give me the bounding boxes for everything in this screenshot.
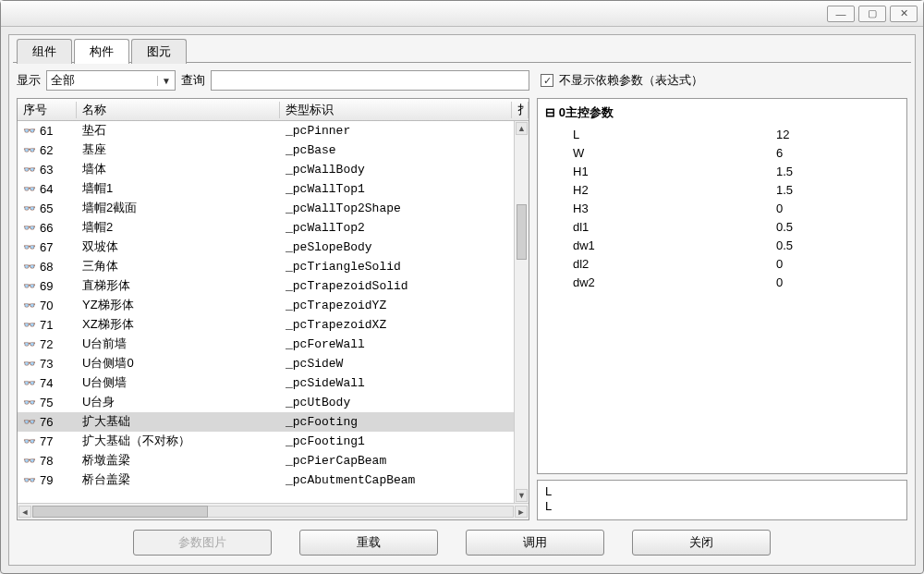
param-row[interactable]: H30 <box>545 199 899 217</box>
row-type: _pcFooting <box>280 415 529 429</box>
row-type: _pcWallTop2Shape <box>280 202 529 215</box>
table-row[interactable]: 👓74U台侧墙_pcSideWall <box>18 373 529 393</box>
row-seq: 68 <box>40 260 53 274</box>
table-row[interactable]: 👓69直梯形体_pcTrapezoidSolid <box>18 276 529 296</box>
preview-box: L L <box>537 480 907 520</box>
param-group-title: 0主控参数 <box>559 105 614 119</box>
row-name: 墙帽2 <box>77 219 280 236</box>
param-key: H2 <box>545 183 628 197</box>
param-value: 6 <box>628 146 899 160</box>
param-value: 0 <box>628 202 899 215</box>
param-image-button: 参数图片 <box>133 530 272 556</box>
row-type: _pcTriangleSolid <box>280 260 529 274</box>
minimize-button[interactable]: — <box>827 6 855 22</box>
table-row[interactable]: 👓65墙帽2截面_pcWallTop2Shape <box>18 199 529 218</box>
row-name: 扩大基础（不对称） <box>77 433 280 449</box>
table-row[interactable]: 👓66墙帽2_pcWallTop2 <box>18 218 529 238</box>
invoke-button[interactable]: 调用 <box>466 530 604 556</box>
show-combo[interactable]: 全部 ▼ <box>46 70 176 91</box>
tab-bar: 组件 构件 图元 <box>13 39 911 63</box>
hide-dependent-params-label: 不显示依赖参数（表达式） <box>559 72 703 89</box>
table-row[interactable]: 👓68三角体_pcTriangleSolid <box>18 257 529 276</box>
glasses-icon: 👓 <box>23 280 36 292</box>
row-seq: 79 <box>40 473 53 487</box>
table-row[interactable]: 👓78桥墩盖梁_pcPierCapBeam <box>18 451 529 470</box>
param-value: 0.5 <box>628 238 899 252</box>
param-key: H1 <box>545 165 628 178</box>
row-seq: 66 <box>40 221 53 235</box>
row-name: XZ梯形体 <box>77 316 280 333</box>
row-name: 桥墩盖梁 <box>77 452 280 469</box>
row-seq: 64 <box>40 182 53 196</box>
vertical-scrollbar[interactable]: ▲ ▼ <box>514 121 529 503</box>
param-row[interactable]: H21.5 <box>545 180 899 199</box>
row-type: _pcBase <box>280 143 529 157</box>
col-header-seq[interactable]: 序号 <box>18 102 77 118</box>
param-key: dw1 <box>545 238 628 252</box>
collapse-icon[interactable]: ⊟ <box>545 105 555 119</box>
hide-dependent-params-checkbox[interactable]: ✓ <box>541 74 553 87</box>
param-row[interactable]: dw20 <box>545 273 899 291</box>
table-row[interactable]: 👓77扩大基础（不对称）_pcFooting1 <box>18 432 529 451</box>
param-key: H3 <box>545 202 628 215</box>
row-type: _pcWallTop1 <box>280 182 529 196</box>
row-type: _pcPierCapBeam <box>280 454 529 468</box>
row-type: _pcSideWall <box>280 376 529 390</box>
close-button[interactable]: 关闭 <box>632 530 771 556</box>
glasses-icon: 👓 <box>23 299 36 311</box>
param-key: dl2 <box>545 257 628 271</box>
reload-button[interactable]: 重载 <box>299 530 438 556</box>
row-seq: 75 <box>40 396 53 409</box>
row-name: 墙帽1 <box>77 180 280 197</box>
param-key: W <box>545 146 628 160</box>
chevron-down-icon: ▼ <box>157 76 171 86</box>
param-value: 1.5 <box>628 165 899 178</box>
param-row[interactable]: dl10.5 <box>545 217 899 236</box>
glasses-icon: 👓 <box>23 222 36 234</box>
glasses-icon: 👓 <box>23 144 36 156</box>
maximize-button[interactable]: ▢ <box>858 6 886 22</box>
row-type: _pcUtBody <box>280 396 529 409</box>
query-input[interactable] <box>211 70 529 91</box>
titlebar: — ▢ ✕ <box>1 1 923 27</box>
glasses-icon: 👓 <box>23 474 36 486</box>
table-row[interactable]: 👓67双坡体_peSlopeBody <box>18 238 529 257</box>
row-seq: 76 <box>40 415 53 429</box>
table-row[interactable]: 👓71XZ梯形体_pcTrapezoidXZ <box>18 315 529 335</box>
tab-component[interactable]: 构件 <box>74 39 129 64</box>
glasses-icon: 👓 <box>23 241 36 253</box>
row-name: 三角体 <box>77 258 280 275</box>
tab-group[interactable]: 组件 <box>17 39 72 64</box>
table-row[interactable]: 👓76扩大基础_pcFooting <box>18 412 529 432</box>
table-row[interactable]: 👓72U台前墙_pcForeWall <box>18 335 529 354</box>
row-type: _pcWallTop2 <box>280 221 529 235</box>
table-row[interactable]: 👓75U台身_pcUtBody <box>18 393 529 412</box>
row-type: _peSlopeBody <box>280 240 529 254</box>
table-row[interactable]: 👓73U台侧墙0_pcSideW <box>18 354 529 373</box>
row-name: 墙体 <box>77 161 280 177</box>
close-window-button[interactable]: ✕ <box>890 6 918 22</box>
col-header-extra[interactable]: 扌 <box>512 102 529 118</box>
param-row[interactable]: dl20 <box>545 254 899 273</box>
tab-primitive[interactable]: 图元 <box>131 39 187 64</box>
query-label: 查询 <box>181 72 205 89</box>
glasses-icon: 👓 <box>23 202 36 214</box>
table-row[interactable]: 👓63墙体_pcWallBody <box>18 160 529 179</box>
row-seq: 65 <box>40 202 53 215</box>
col-header-type[interactable]: 类型标识 <box>280 102 512 118</box>
horizontal-scrollbar[interactable]: ◄ ► <box>18 503 529 519</box>
param-row[interactable]: L12 <box>545 125 899 143</box>
table-row[interactable]: 👓64墙帽1_pcWallTop1 <box>18 179 529 199</box>
param-row[interactable]: W6 <box>545 143 899 162</box>
param-row[interactable]: H11.5 <box>545 162 899 180</box>
table-row[interactable]: 👓70YZ梯形体_pcTrapezoidYZ <box>18 296 529 315</box>
table-row[interactable]: 👓62基座_pcBase <box>18 140 529 160</box>
table-row[interactable]: 👓79桥台盖梁_pcAbutmentCapBeam <box>18 470 529 490</box>
glasses-icon: 👓 <box>23 164 36 176</box>
table-row[interactable]: 👓61垫石_pcPinner <box>18 121 529 140</box>
row-type: _pcPinner <box>280 124 529 138</box>
col-header-name[interactable]: 名称 <box>77 102 280 118</box>
row-seq: 73 <box>40 357 53 371</box>
component-table: 序号 名称 类型标识 扌 👓61垫石_pcPinner👓62基座_pcBase👓… <box>17 98 529 520</box>
param-row[interactable]: dw10.5 <box>545 236 899 254</box>
